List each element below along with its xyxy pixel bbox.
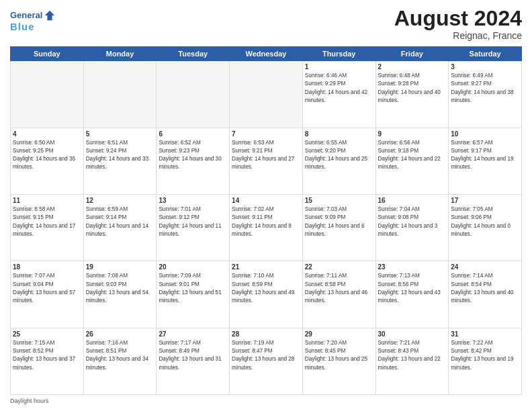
svg-marker-0 <box>45 11 54 20</box>
calendar-week-4: 18Sunrise: 7:07 AMSunset: 9:04 PMDayligh… <box>11 261 522 328</box>
day-number: 23 <box>378 263 447 271</box>
day-detail: Sunrise: 6:48 AMSunset: 9:28 PMDaylight:… <box>378 72 447 105</box>
calendar-day-31: 31Sunrise: 7:22 AMSunset: 8:42 PMDayligh… <box>449 328 522 394</box>
logo: General Blue <box>10 9 56 33</box>
col-header-sunday: Sunday <box>11 47 84 61</box>
day-detail: Sunrise: 7:17 AMSunset: 8:49 PMDaylight:… <box>159 339 227 372</box>
calendar-day-26: 26Sunrise: 7:16 AMSunset: 8:51 PMDayligh… <box>83 328 157 394</box>
calendar-header-row: SundayMondayTuesdayWednesdayThursdayFrid… <box>11 47 522 61</box>
day-number: 12 <box>86 197 154 204</box>
day-number: 4 <box>13 130 81 138</box>
logo-icon <box>44 9 56 21</box>
day-detail: Sunrise: 7:02 AMSunset: 9:11 PMDaylight:… <box>232 205 300 238</box>
calendar-day-15: 15Sunrise: 7:03 AMSunset: 9:09 PMDayligh… <box>302 194 375 261</box>
col-header-wednesday: Wednesday <box>230 47 303 61</box>
col-header-saturday: Saturday <box>449 47 522 61</box>
col-header-tuesday: Tuesday <box>157 47 230 61</box>
day-detail: Sunrise: 6:53 AMSunset: 9:21 PMDaylight:… <box>232 139 300 172</box>
day-number: 8 <box>305 130 373 138</box>
day-detail: Sunrise: 7:21 AMSunset: 8:43 PMDaylight:… <box>378 339 447 372</box>
day-number: 2 <box>378 63 447 71</box>
calendar-table: SundayMondayTuesdayWednesdayThursdayFrid… <box>10 46 522 395</box>
day-number: 18 <box>13 263 81 271</box>
calendar-day-7: 7Sunrise: 6:53 AMSunset: 9:21 PMDaylight… <box>230 128 303 194</box>
col-header-monday: Monday <box>83 47 157 61</box>
calendar-day-20: 20Sunrise: 7:09 AMSunset: 9:01 PMDayligh… <box>157 261 230 328</box>
day-number: 29 <box>305 330 373 338</box>
day-detail: Sunrise: 6:55 AMSunset: 9:20 PMDaylight:… <box>305 139 373 172</box>
day-detail: Sunrise: 7:05 AMSunset: 9:06 PMDaylight:… <box>451 205 519 238</box>
logo-blue: Blue <box>10 21 56 33</box>
calendar-day-empty <box>11 61 84 128</box>
col-header-thursday: Thursday <box>302 47 375 61</box>
location: Reignac, France <box>394 30 522 41</box>
day-number: 16 <box>378 197 447 204</box>
day-detail: Sunrise: 6:50 AMSunset: 9:25 PMDaylight:… <box>13 139 81 172</box>
calendar-week-5: 25Sunrise: 7:15 AMSunset: 8:52 PMDayligh… <box>11 328 522 394</box>
day-number: 13 <box>159 197 227 204</box>
calendar-day-28: 28Sunrise: 7:19 AMSunset: 8:47 PMDayligh… <box>230 328 303 394</box>
day-detail: Sunrise: 7:03 AMSunset: 9:09 PMDaylight:… <box>305 205 373 238</box>
calendar-day-12: 12Sunrise: 6:59 AMSunset: 9:14 PMDayligh… <box>83 194 157 261</box>
daylight-label: Daylight hours <box>10 398 49 404</box>
calendar-day-13: 13Sunrise: 7:01 AMSunset: 9:12 PMDayligh… <box>157 194 230 261</box>
day-number: 15 <box>305 197 373 204</box>
calendar-day-17: 17Sunrise: 7:05 AMSunset: 9:06 PMDayligh… <box>449 194 522 261</box>
month-year: August 2024 <box>394 7 522 30</box>
calendar-day-empty <box>230 61 303 128</box>
day-detail: Sunrise: 6:59 AMSunset: 9:14 PMDaylight:… <box>86 205 154 238</box>
day-detail: Sunrise: 7:07 AMSunset: 9:04 PMDaylight:… <box>13 272 81 305</box>
calendar-day-23: 23Sunrise: 7:13 AMSunset: 8:56 PMDayligh… <box>375 261 449 328</box>
calendar-day-9: 9Sunrise: 6:56 AMSunset: 9:18 PMDaylight… <box>375 128 449 194</box>
day-number: 27 <box>159 330 227 338</box>
calendar-day-6: 6Sunrise: 6:52 AMSunset: 9:23 PMDaylight… <box>157 128 230 194</box>
calendar-day-30: 30Sunrise: 7:21 AMSunset: 8:43 PMDayligh… <box>375 328 449 394</box>
calendar-day-21: 21Sunrise: 7:10 AMSunset: 8:59 PMDayligh… <box>230 261 303 328</box>
calendar-day-3: 3Sunrise: 6:49 AMSunset: 9:27 PMDaylight… <box>449 61 522 128</box>
day-detail: Sunrise: 7:13 AMSunset: 8:56 PMDaylight:… <box>378 272 447 305</box>
day-number: 19 <box>86 263 154 271</box>
calendar-day-22: 22Sunrise: 7:11 AMSunset: 8:58 PMDayligh… <box>302 261 375 328</box>
day-detail: Sunrise: 6:51 AMSunset: 9:24 PMDaylight:… <box>86 139 154 172</box>
calendar-day-4: 4Sunrise: 6:50 AMSunset: 9:25 PMDaylight… <box>11 128 84 194</box>
calendar-day-10: 10Sunrise: 6:57 AMSunset: 9:17 PMDayligh… <box>449 128 522 194</box>
day-number: 6 <box>159 130 227 138</box>
calendar-day-16: 16Sunrise: 7:04 AMSunset: 9:08 PMDayligh… <box>375 194 449 261</box>
day-number: 30 <box>378 330 447 338</box>
calendar-week-3: 11Sunrise: 6:58 AMSunset: 9:15 PMDayligh… <box>11 194 522 261</box>
day-detail: Sunrise: 6:52 AMSunset: 9:23 PMDaylight:… <box>159 139 227 172</box>
day-number: 14 <box>232 197 300 204</box>
day-detail: Sunrise: 6:56 AMSunset: 9:18 PMDaylight:… <box>378 139 447 172</box>
day-number: 11 <box>13 197 81 204</box>
day-number: 31 <box>451 330 519 338</box>
calendar-day-25: 25Sunrise: 7:15 AMSunset: 8:52 PMDayligh… <box>11 328 84 394</box>
day-number: 3 <box>451 63 519 71</box>
day-detail: Sunrise: 6:49 AMSunset: 9:27 PMDaylight:… <box>451 72 519 105</box>
day-detail: Sunrise: 7:22 AMSunset: 8:42 PMDaylight:… <box>451 339 519 372</box>
day-detail: Sunrise: 6:57 AMSunset: 9:17 PMDaylight:… <box>451 139 519 172</box>
calendar-day-29: 29Sunrise: 7:20 AMSunset: 8:45 PMDayligh… <box>302 328 375 394</box>
day-detail: Sunrise: 7:01 AMSunset: 9:12 PMDaylight:… <box>159 205 227 238</box>
day-detail: Sunrise: 7:04 AMSunset: 9:08 PMDaylight:… <box>378 205 447 238</box>
day-number: 10 <box>451 130 519 138</box>
header: General Blue August 2024 Reignac, France <box>10 7 522 41</box>
day-detail: Sunrise: 7:20 AMSunset: 8:45 PMDaylight:… <box>305 339 373 372</box>
day-number: 9 <box>378 130 447 138</box>
day-number: 1 <box>305 63 373 71</box>
calendar-day-19: 19Sunrise: 7:08 AMSunset: 9:03 PMDayligh… <box>83 261 157 328</box>
day-detail: Sunrise: 7:15 AMSunset: 8:52 PMDaylight:… <box>13 339 81 372</box>
calendar-day-11: 11Sunrise: 6:58 AMSunset: 9:15 PMDayligh… <box>11 194 84 261</box>
calendar-day-empty <box>83 61 157 128</box>
page: General Blue August 2024 Reignac, France… <box>0 0 532 411</box>
day-number: 25 <box>13 330 81 338</box>
calendar-day-5: 5Sunrise: 6:51 AMSunset: 9:24 PMDaylight… <box>83 128 157 194</box>
calendar-day-2: 2Sunrise: 6:48 AMSunset: 9:28 PMDaylight… <box>375 61 449 128</box>
calendar-day-14: 14Sunrise: 7:02 AMSunset: 9:11 PMDayligh… <box>230 194 303 261</box>
day-detail: Sunrise: 7:10 AMSunset: 8:59 PMDaylight:… <box>232 272 300 305</box>
day-number: 26 <box>86 330 154 338</box>
calendar-day-empty <box>157 61 230 128</box>
day-number: 24 <box>451 263 519 271</box>
day-number: 7 <box>232 130 300 138</box>
title-block: August 2024 Reignac, France <box>394 7 522 41</box>
day-number: 22 <box>305 263 373 271</box>
